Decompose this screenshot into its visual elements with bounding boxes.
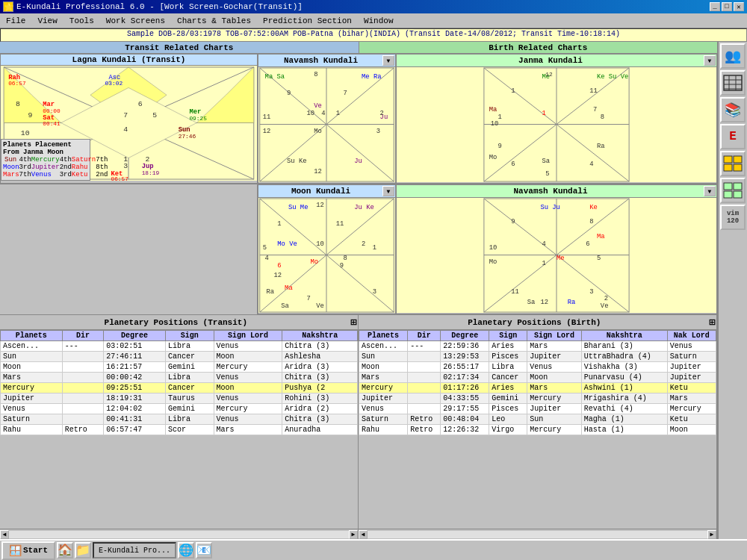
persons-icon[interactable]: 👥 — [720, 43, 746, 69]
taskbar-icon-3[interactable]: 🌐 — [178, 542, 194, 559]
col-naklord-b[interactable]: Nak Lord — [667, 331, 716, 341]
menu-file[interactable]: File — [0, 16, 31, 26]
col-planets-b[interactable]: Planets — [359, 331, 408, 341]
birth-table-row[interactable]: Venus29:17:55PiscesJupiterRevathi (4)Mer… — [359, 404, 716, 414]
birth-table-title: Planetary Positions (Birth) — [359, 318, 710, 327]
menu-bar: File View Tools Work Screens Charts & Ta… — [0, 13, 747, 28]
planet-placement-box: Planets PlacementFrom Janma Moon Sun4thM… — [1, 139, 90, 181]
navamsh-birth-dropdown[interactable]: ▼ — [704, 186, 716, 196]
vim-icon[interactable]: vim120 — [720, 205, 746, 230]
birth-scroll-left[interactable]: ◀ — [359, 530, 368, 539]
birth-scroll-right[interactable]: ▶ — [707, 530, 716, 539]
transit-table-row[interactable]: Mars00:00:42LibraVenusChitra (3) — [1, 373, 358, 383]
minimize-button[interactable]: _ — [710, 2, 720, 11]
svg-text:Ma: Ma — [489, 106, 498, 113]
svg-text:4: 4 — [542, 240, 545, 248]
svg-text:2: 2 — [604, 295, 608, 302]
menu-view[interactable]: View — [31, 16, 63, 26]
navamsh-transit-chart: Navamsh Kundali ▼ M — [258, 54, 396, 184]
transit-table-row[interactable]: Jupiter18:19:31TaurusVenusRohini (3) — [1, 393, 358, 404]
col-planets-t[interactable]: Planets — [1, 331, 63, 341]
birth-table-row[interactable]: RahuRetro12:26:32VirgoMercuryHasta (1)Mo… — [359, 425, 716, 435]
transit-table-row[interactable]: RahuRetro06:57:47ScorMarsAnuradha — [1, 425, 358, 435]
svg-text:12: 12 — [273, 272, 282, 279]
svg-text:Ma: Ma — [285, 284, 293, 292]
transit-scroll-left[interactable]: ◀ — [0, 530, 9, 539]
svg-text:11: 11 — [511, 288, 519, 296]
info-bar: Sample DOB-28/03:1978 TOB-07:52:00AM POB… — [0, 28, 747, 42]
svg-text:4: 4 — [265, 255, 269, 262]
menu-tools[interactable]: Tools — [63, 16, 100, 26]
svg-text:7: 7 — [344, 90, 347, 97]
transit-table-scroll[interactable]: Planets Dir Degree Sign Sign Lord Naksht… — [0, 330, 358, 529]
maximize-button[interactable]: □ — [722, 2, 732, 11]
svg-text:27:46: 27:46 — [179, 133, 196, 140]
col-signlord-b[interactable]: Sign Lord — [527, 331, 581, 341]
birth-table-row[interactable]: Moon26:55:17LibraVenusVishakha (3)Jupite… — [359, 362, 716, 373]
birth-table-icon[interactable]: ⊞ — [710, 316, 716, 329]
svg-rect-169 — [734, 183, 742, 190]
birth-hscroll[interactable]: ◀ ▶ — [359, 529, 716, 539]
transit-table-row[interactable]: Ascen...---03:02:51LibraVenusChitra (3) — [1, 341, 358, 352]
svg-text:6: 6 — [586, 240, 589, 248]
grid-icon2[interactable] — [720, 178, 746, 203]
col-dir-b[interactable]: Dir — [408, 331, 441, 341]
svg-text:12: 12 — [314, 168, 322, 175]
close-button[interactable]: ✕ — [734, 2, 744, 11]
svg-text:8: 8 — [601, 113, 604, 121]
transit-data-table: Planets Dir Degree Sign Sign Lord Naksht… — [0, 330, 358, 435]
menu-charts[interactable]: Charts & Tables — [171, 16, 257, 26]
birth-table-row[interactable]: Mercury01:17:26AriesMarsAshwini (1)Ketu — [359, 383, 716, 393]
transit-table-icon[interactable]: ⊞ — [351, 316, 357, 329]
menu-prediction[interactable]: Prediction Section — [257, 16, 358, 26]
books-icon[interactable]: 📚 — [720, 97, 746, 122]
taskbar-icon-2[interactable]: 📁 — [75, 542, 91, 559]
col-degree-t[interactable]: Degree — [104, 331, 166, 341]
svg-text:5: 5 — [263, 244, 267, 252]
svg-text:Ra: Ra — [597, 143, 605, 150]
birth-table-scroll[interactable]: Planets Dir Degree Sign Sign Lord Naksht… — [359, 330, 716, 529]
svg-text:1: 1 — [277, 220, 281, 228]
col-degree-b[interactable]: Degree — [441, 331, 489, 341]
grid-icon1[interactable] — [720, 151, 746, 176]
transit-scroll-right[interactable]: ▶ — [349, 530, 358, 539]
col-signlord-t[interactable]: Sign Lord — [214, 331, 282, 341]
col-nakshtra-t[interactable]: Nakshtra — [282, 331, 358, 341]
svg-text:06:57: 06:57 — [8, 80, 26, 87]
taskbar-icon-4[interactable]: 📧 — [196, 542, 212, 559]
table-icon[interactable] — [720, 70, 746, 96]
menu-window[interactable]: Window — [358, 16, 400, 26]
moon-dropdown[interactable]: ▼ — [382, 186, 394, 196]
svg-text:Ju Ke: Ju Ke — [354, 204, 374, 211]
svg-text:10: 10 — [316, 240, 324, 248]
col-sign-b[interactable]: Sign — [489, 331, 527, 341]
transit-table-row[interactable]: Moon16:21:57GeminiMercuryAridra (3) — [1, 362, 358, 373]
birth-table-row[interactable]: Sun13:29:53PiscesJupiterUttraBhadra (4)S… — [359, 352, 716, 362]
birth-table-header: Planetary Positions (Birth) ⊞ — [359, 315, 716, 330]
transit-table-row[interactable]: Venus12:04:02GeminiMercuryAridra (2) — [1, 404, 358, 414]
start-button[interactable]: 🪟 Start — [1, 541, 55, 560]
e-icon[interactable]: E — [720, 124, 746, 149]
birth-data-table: Planets Dir Degree Sign Sign Lord Naksht… — [359, 330, 716, 435]
taskbar-icon-1[interactable]: 🏠 — [57, 542, 73, 559]
svg-text:Ve: Ve — [316, 302, 324, 310]
window-controls[interactable]: _ □ ✕ — [710, 2, 744, 11]
taskbar-app-item[interactable]: E-Kundali Pro... — [93, 542, 176, 559]
col-nakshtra-b[interactable]: Nakshtra — [581, 331, 667, 341]
transit-table-row[interactable]: Mercury09:25:51CancerMoonPushya (2 — [1, 383, 358, 393]
svg-text:Ra: Ra — [267, 288, 275, 296]
birth-table-row[interactable]: SaturnRetro00:48:04LeoSunMagha (1)Ketu — [359, 414, 716, 425]
svg-text:Ju: Ju — [354, 158, 362, 165]
navamsh-transit-dropdown[interactable]: ▼ — [382, 55, 394, 66]
transit-table-row[interactable]: Saturn00:41:31LibraVenusChitra (3) — [1, 414, 358, 425]
birth-table-row[interactable]: Ascen...---22:59:36AriesMarsBharani (3)V… — [359, 341, 716, 352]
col-sign-t[interactable]: Sign — [165, 331, 214, 341]
menu-workscreens[interactable]: Work Screens — [100, 16, 171, 26]
svg-text:3: 3 — [373, 288, 376, 296]
birth-table-row[interactable]: Jupiter04:33:55GeminiMercuryMrigashira (… — [359, 393, 716, 404]
transit-hscroll[interactable]: ◀ ▶ — [0, 529, 358, 539]
col-dir-t[interactable]: Dir — [62, 331, 104, 341]
janma-dropdown[interactable]: ▼ — [704, 55, 716, 66]
transit-table-row[interactable]: Sun27:46:11CancerMoonAshlesha — [1, 352, 358, 362]
birth-table-row[interactable]: Mars02:17:34CancerMoonPunarvasu (4)Jupit… — [359, 373, 716, 383]
